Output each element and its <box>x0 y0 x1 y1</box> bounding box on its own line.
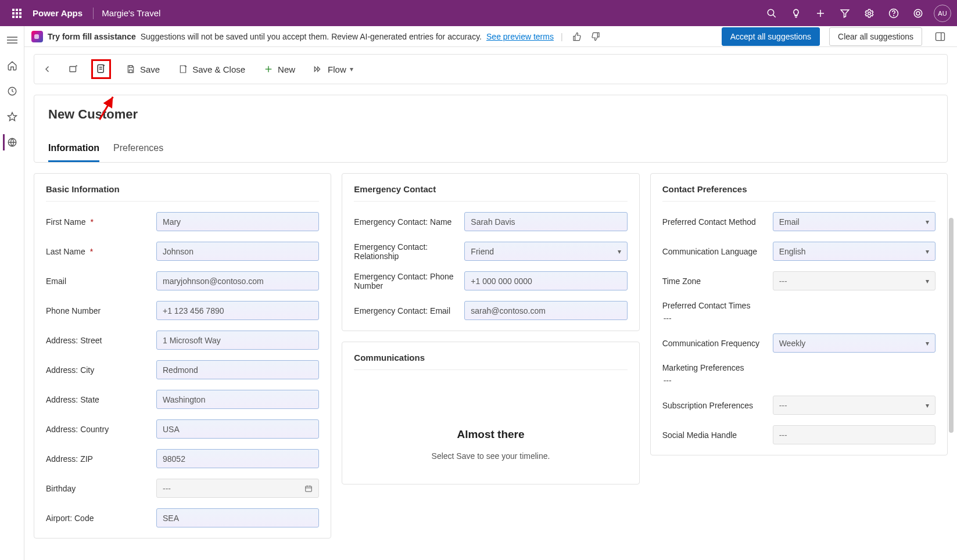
ec-phone-input[interactable]: +1 000 000 0000 <box>464 271 627 290</box>
divider <box>93 8 94 19</box>
pinned-icon[interactable] <box>3 109 21 125</box>
ec-rel-label: Emergency Contact: Relationship <box>354 242 464 261</box>
ec-phone-label: Emergency Contact: Phone Number <box>354 272 464 290</box>
communications-section: Communications Almost there Select Save … <box>342 342 639 484</box>
chevron-down-icon: ▾ <box>350 65 353 73</box>
timeline-sub: Select Save to see your timeline. <box>354 451 627 461</box>
birthday-input[interactable]: --- <box>156 479 319 498</box>
chevron-down-icon: ▾ <box>926 277 929 285</box>
save-button[interactable]: Save <box>121 61 163 77</box>
svg-rect-21 <box>129 66 132 67</box>
svg-rect-22 <box>129 70 132 73</box>
svg-point-5 <box>868 12 871 15</box>
svg-rect-18 <box>98 65 103 73</box>
home-icon[interactable] <box>3 58 21 74</box>
clear-all-suggestions-button[interactable]: Clear all suggestions <box>829 27 922 46</box>
user-avatar[interactable]: AU <box>934 5 951 22</box>
settings-icon[interactable] <box>857 1 881 26</box>
email-input[interactable]: maryjohnson@contoso.com <box>156 271 319 290</box>
lang-label: Communication Language <box>662 247 773 256</box>
hamburger-icon[interactable] <box>3 32 21 48</box>
assistant-icon[interactable] <box>906 1 930 26</box>
sub-select[interactable]: ---▾ <box>773 396 936 415</box>
tz-select[interactable]: ---▾ <box>773 271 936 290</box>
copilot-panel-icon[interactable] <box>930 31 950 42</box>
timeline-heading: Almost there <box>354 428 627 441</box>
form-tabs: Information Preferences <box>48 138 933 162</box>
tab-information[interactable]: Information <box>48 138 99 162</box>
accept-all-suggestions-button[interactable]: Accept all suggestions <box>722 27 820 46</box>
birthday-label: Birthday <box>46 484 156 493</box>
lightbulb-icon[interactable] <box>784 1 808 26</box>
sub-label: Subscription Preferences <box>662 401 773 410</box>
tz-label: Time Zone <box>662 277 773 286</box>
open-in-new-window-button[interactable] <box>66 62 81 77</box>
save-and-close-button[interactable]: Save & Close <box>174 61 249 77</box>
recent-icon[interactable] <box>3 83 21 99</box>
ec-rel-select[interactable]: Friend ▾ <box>464 242 627 261</box>
back-button[interactable] <box>40 62 55 77</box>
copilot-icon <box>31 31 43 42</box>
chevron-down-icon: ▾ <box>926 339 929 347</box>
new-label: New <box>278 64 295 74</box>
email-label: Email <box>46 277 156 286</box>
last-name-label: Last Name <box>46 247 156 256</box>
ec-name-input[interactable]: Sarah Davis <box>464 212 627 231</box>
last-name-input[interactable]: Johnson <box>156 242 319 261</box>
svg-marker-4 <box>841 10 849 17</box>
svg-marker-26 <box>318 67 320 71</box>
svg-rect-15 <box>936 33 945 40</box>
zip-label: Address: ZIP <box>46 454 156 464</box>
tab-preferences[interactable]: Preferences <box>113 138 163 162</box>
search-icon[interactable] <box>759 1 784 26</box>
scrollbar[interactable] <box>949 218 954 433</box>
app-launcher-icon[interactable] <box>6 2 28 24</box>
freq-label: Communication Frequency <box>662 339 773 348</box>
country-label: Address: Country <box>46 425 156 434</box>
help-icon[interactable] <box>881 1 906 26</box>
lang-select[interactable]: English▾ <box>773 242 936 261</box>
country-input[interactable]: USA <box>156 419 319 439</box>
chevron-down-icon: ▾ <box>926 218 929 226</box>
state-input[interactable]: Washington <box>156 390 319 409</box>
calendar-icon[interactable] <box>304 484 313 493</box>
record-header: New Customer Information Preferences <box>34 95 948 163</box>
method-select[interactable]: Email▾ <box>773 212 936 231</box>
form-fill-toolbar-button[interactable] <box>91 59 111 79</box>
environment-name: Margie's Travel <box>102 8 160 18</box>
times-label: Preferred Contact Times <box>662 301 751 310</box>
freq-select[interactable]: Weekly▾ <box>773 333 936 353</box>
save-icon <box>125 63 137 75</box>
thumbs-down-icon[interactable] <box>589 30 603 44</box>
save-close-label: Save & Close <box>192 64 245 74</box>
street-input[interactable]: 1 Microsoft Way <box>156 331 319 350</box>
city-input[interactable]: Redmond <box>156 360 319 379</box>
airport-label: Airport: Code <box>46 514 156 523</box>
entity-icon[interactable] <box>3 134 21 150</box>
phone-input[interactable]: +1 123 456 7890 <box>156 301 319 320</box>
thumbs-up-icon[interactable] <box>570 30 584 44</box>
plus-icon[interactable] <box>808 1 833 26</box>
airport-input[interactable]: SEA <box>156 508 319 527</box>
plus-icon <box>263 63 274 75</box>
contact-preferences-section: Contact Preferences Preferred Contact Me… <box>650 173 948 455</box>
flow-button[interactable]: Flow ▾ <box>309 61 357 77</box>
see-preview-terms-link[interactable]: See preview terms <box>486 32 554 41</box>
suggestion-title: Try form fill assistance <box>48 32 136 41</box>
form-fill-assistance-bar: Try form fill assistance Suggestions wil… <box>24 26 957 47</box>
new-button[interactable]: New <box>259 61 299 77</box>
phone-label: Phone Number <box>46 306 156 315</box>
section-title: Emergency Contact <box>354 184 627 202</box>
svg-point-9 <box>916 12 920 15</box>
svg-point-8 <box>914 9 922 17</box>
section-title: Basic Information <box>46 184 319 202</box>
state-label: Address: State <box>46 395 156 404</box>
ec-email-input[interactable]: sarah@contoso.com <box>464 301 627 320</box>
save-button-label: Save <box>140 64 160 74</box>
filter-icon[interactable] <box>833 1 857 26</box>
social-input[interactable]: --- <box>773 425 936 444</box>
flow-label: Flow <box>328 64 346 74</box>
first-name-input[interactable]: Mary <box>156 212 319 231</box>
zip-input[interactable]: 98052 <box>156 449 319 468</box>
page-title: New Customer <box>48 107 933 122</box>
